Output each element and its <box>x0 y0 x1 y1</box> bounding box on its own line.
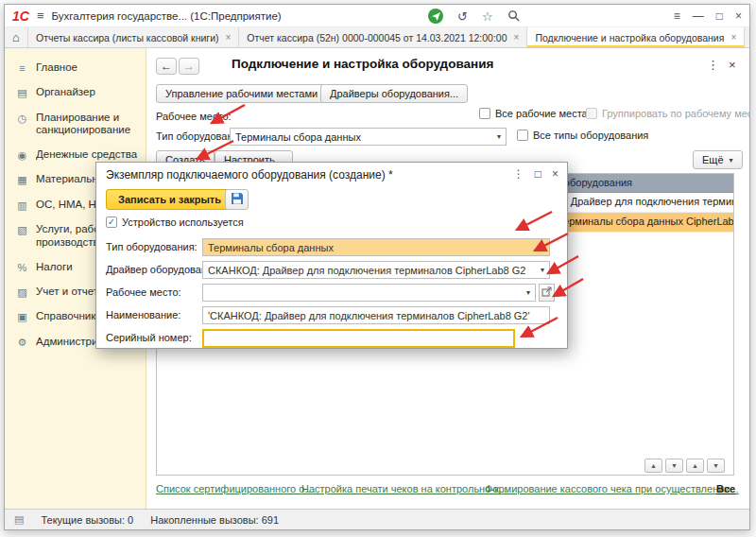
field-value: 'СКАНКОД: Драйвер для подключения термин… <box>208 310 530 321</box>
move-top-button[interactable]: ▲ <box>644 459 662 473</box>
dialog-maximize-icon[interactable]: □ <box>535 167 541 181</box>
chevron-down-icon[interactable]: ▾ <box>537 266 544 274</box>
driver-field[interactable]: СКАНКОД: Драйвер для подключения термина… <box>202 261 550 279</box>
sidebar-item-label: Главное <box>36 61 77 75</box>
tab-equipment-setup[interactable]: Подключение и настройка оборудования × <box>527 27 745 47</box>
field-value: Терминалы сбора данных <box>208 242 334 253</box>
save-button[interactable] <box>225 189 249 210</box>
current-calls-status: Текущие вызовы: 0 <box>41 514 133 526</box>
maximize-icon[interactable]: □ <box>716 10 723 22</box>
tab-close-icon[interactable]: × <box>514 32 520 43</box>
tab-cashier-report-52n[interactable]: Отчет кассира (52н) 0000-000045 от 14.03… <box>239 27 527 47</box>
form-more-icon[interactable]: ⋮ <box>707 58 719 72</box>
workplace-field-label: Рабочее место: <box>106 286 181 298</box>
checkbox-box <box>586 108 597 119</box>
tab-label: Отчет кассира (52н) 0000-000045 от 14.03… <box>247 32 507 43</box>
name-field-label: Наименование: <box>106 309 180 320</box>
chevron-down-icon[interactable]: ▾ <box>497 132 501 141</box>
all-workplaces-checkbox[interactable]: Все рабочие места <box>479 108 588 119</box>
tab-close-icon[interactable]: × <box>226 32 232 43</box>
window-controls: ≡ — □ × <box>674 5 742 27</box>
discussions-icon[interactable] <box>428 9 443 24</box>
app-window: 1С ≡ Бухгалтерия государстве... (1С:Пред… <box>4 4 750 530</box>
sort-asc-button[interactable]: ▲ <box>686 459 704 473</box>
window-title: Бухгалтерия государстве... (1С:Предприят… <box>52 10 282 22</box>
forward-icon: → <box>183 60 195 73</box>
dialog-close-icon[interactable]: × <box>552 167 558 181</box>
services-icon: ▧ <box>16 223 28 236</box>
equipment-type-field[interactable]: Терминалы сбора данных ▾ <box>202 238 550 256</box>
main-section-icon: ≡ <box>16 61 28 75</box>
open-workplace-button[interactable] <box>539 284 555 302</box>
tab-bar: ⌂ Отчеты кассира (листы кассовой книги) … <box>5 27 749 48</box>
more-button[interactable]: Ещё ▾ <box>693 150 743 169</box>
checkbox-label: Все типы оборудования <box>533 130 648 141</box>
equipment-drivers-button[interactable]: Драйверы оборудования... <box>320 84 468 103</box>
inventory-icon: ▦ <box>16 173 28 186</box>
forward-button[interactable]: → <box>179 58 199 75</box>
organizer-icon: ▤ <box>16 86 28 99</box>
main-menu-icon[interactable]: ≡ <box>37 9 44 23</box>
checkbox-box <box>479 108 490 119</box>
equipment-type-select[interactable]: Терминалы сбора данных ▾ <box>230 128 507 146</box>
titlebar-options-icon[interactable]: ≡ <box>674 10 680 22</box>
sidebar-item-planning[interactable]: ◷ Планирование и санкционирование <box>5 106 146 144</box>
device-used-checkbox[interactable]: ✓ Устройство используется <box>106 217 244 228</box>
sidebar-item-organizer[interactable]: ▤ Органайзер <box>5 80 146 105</box>
minimize-icon[interactable]: — <box>693 10 704 22</box>
back-button[interactable]: ← <box>156 58 177 75</box>
up-icon: ▲ <box>650 462 657 469</box>
sidebar-item-main[interactable]: ≡ Главное <box>5 56 146 80</box>
history-icon[interactable]: ↺ <box>457 10 468 23</box>
chevron-down-icon[interactable]: ▾ <box>523 288 530 297</box>
fixed-assets-icon: ▥ <box>16 199 28 212</box>
search-icon[interactable] <box>507 9 520 24</box>
favorites-star-icon[interactable]: ☆ <box>482 10 493 23</box>
move-bottom-button[interactable]: ▼ <box>665 459 683 473</box>
workplace-field[interactable]: ▾ <box>202 284 536 302</box>
table-sort-buttons: ▲ ▼ ▲ ▼ <box>644 459 725 473</box>
serial-number-field[interactable] <box>202 329 515 348</box>
chevron-down-icon[interactable]: ▾ <box>537 243 544 251</box>
checkbox-box: ✓ <box>106 217 117 228</box>
serial-field-label: Серийный номер: <box>106 332 192 343</box>
home-button[interactable]: ⌂ <box>5 27 28 47</box>
chevron-down-icon: ▾ <box>730 156 733 165</box>
button-label: Ещё <box>702 154 724 165</box>
field-value: СКАНКОД: Драйвер для подключения термина… <box>208 265 525 276</box>
close-icon[interactable]: × <box>735 10 742 22</box>
sidebar-item-label: Налоги <box>36 261 73 274</box>
back-icon: ← <box>161 60 172 73</box>
all-equipment-types-checkbox[interactable]: Все типы оборудования <box>517 130 648 141</box>
open-link-icon <box>541 286 552 299</box>
taxes-icon: % <box>16 261 28 274</box>
receipt-print-setup-link[interactable]: Настройка печати чеков на контрольно-к..… <box>301 483 507 494</box>
dialog-controls: ⋮ □ × <box>513 167 558 181</box>
equipment-type-field-label: Тип оборудования: <box>106 241 198 252</box>
group-by-workplace-checkbox[interactable]: Группировать по рабочему месту <box>586 108 749 119</box>
sidebar-item-label: Планирование и санкционирование <box>36 112 142 138</box>
manage-workplaces-button[interactable]: Управление рабочими местами ▾ <box>156 84 336 103</box>
tab-cashier-reports[interactable]: Отчеты кассира (листы кассовой книги) × <box>28 27 239 47</box>
page-title: Подключение и настройка оборудования <box>232 57 493 71</box>
floppy-disk-icon <box>231 192 244 207</box>
all-links-link[interactable]: Все <box>716 483 735 494</box>
sidebar-item-label: Денежные средства <box>36 148 137 162</box>
sidebar-item-label: Органайзер <box>36 86 95 99</box>
equipment-type-value: Терминалы сбора данных <box>235 131 361 143</box>
certified-equipment-link[interactable]: Список сертифицированного о... <box>156 483 314 494</box>
tab-close-icon[interactable]: × <box>730 32 736 43</box>
form-close-icon[interactable]: × <box>729 58 736 72</box>
equipment-cell: Терминалы сбора данных CipherLab8 G2 <box>558 216 733 227</box>
receipt-generation-link[interactable]: Формирование кассового чека при осуществ… <box>485 483 739 494</box>
tab-label: Подключение и настройка оборудования <box>535 32 724 43</box>
sort-desc-button[interactable]: ▼ <box>707 459 725 473</box>
down-icon: ▼ <box>671 462 678 469</box>
name-field[interactable]: 'СКАНКОД: Драйвер для подключения термин… <box>202 306 550 324</box>
accumulated-calls-status: Накопленные вызовы: 691 <box>150 514 279 526</box>
save-and-close-button[interactable]: Записать и закрыть <box>106 189 233 210</box>
titlebar-tools: ↺ ☆ <box>428 5 520 27</box>
up-icon: ▲ <box>692 462 698 469</box>
dialog-more-icon[interactable]: ⋮ <box>513 167 524 181</box>
money-icon: ◉ <box>16 148 28 162</box>
